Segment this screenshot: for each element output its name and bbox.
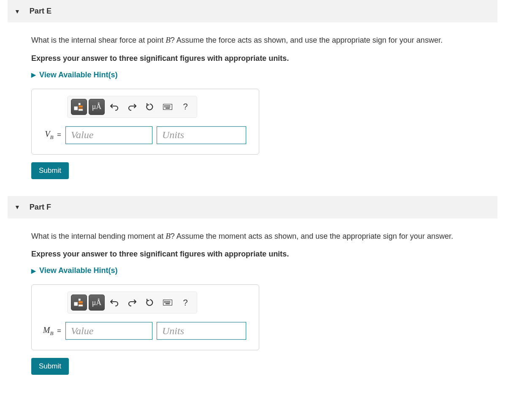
answer-box: μÅ [31,89,259,155]
undo-button[interactable] [106,295,122,311]
svg-rect-10 [169,105,170,106]
redo-button[interactable] [124,295,140,311]
value-input[interactable] [65,126,152,144]
svg-rect-24 [166,301,166,302]
undo-icon [110,299,119,306]
question-suffix: ? Assume the moment acts as shown, and u… [171,232,453,240]
input-row: MB = [38,322,253,340]
svg-rect-6 [164,105,165,106]
redo-button[interactable] [124,99,140,115]
question-variable: B [166,35,171,44]
instruction-text: Express your answer to three significant… [31,54,474,63]
equation-toolbar: μÅ [67,292,197,314]
templates-icon [74,102,84,112]
view-hints-toggle[interactable]: ▶ View Available Hint(s) [31,266,474,275]
variable-subscript: B [50,330,53,336]
reset-button[interactable] [142,99,158,115]
svg-rect-26 [168,301,169,302]
svg-rect-32 [169,302,170,303]
svg-rect-17 [74,302,78,305]
question-text: What is the internal shear force at poin… [31,34,474,46]
svg-rect-11 [164,106,165,107]
help-icon: ? [183,298,187,308]
instruction-text: Express your answer to three significant… [31,250,474,259]
chevron-right-icon: ▶ [31,267,36,274]
templates-icon [74,297,84,308]
svg-rect-13 [167,106,168,107]
templates-button[interactable] [71,295,87,311]
chevron-right-icon: ▶ [31,71,36,78]
svg-rect-0 [74,106,78,110]
special-chars-button[interactable]: μÅ [89,99,105,115]
question-text: What is the internal bending moment at B… [31,230,474,243]
value-input[interactable] [65,322,152,340]
question-suffix: ? Assume the force acts as shown, and us… [171,36,443,44]
keyboard-icon [163,104,172,110]
svg-rect-15 [169,106,170,107]
submit-button[interactable]: Submit [31,162,69,179]
svg-rect-1 [79,103,80,105]
help-icon: ? [183,102,187,112]
equation-toolbar: μÅ [67,96,197,118]
svg-rect-18 [79,299,80,300]
part-body: What is the internal bending moment at B… [8,218,497,392]
variable-main: V [45,129,50,139]
part-header[interactable]: ▼ Part E [8,0,497,22]
answer-box: μÅ [31,284,259,350]
part-title: Part E [30,7,52,16]
svg-rect-29 [166,302,166,303]
redo-icon [128,299,136,306]
collapse-caret-icon: ▼ [14,8,20,15]
view-hints-toggle[interactable]: ▶ View Available Hint(s) [31,71,474,79]
reset-icon [146,103,154,111]
special-chars-label: μÅ [92,298,102,307]
part-body: What is the internal shear force at poin… [8,22,497,196]
svg-rect-30 [167,302,168,303]
svg-rect-16 [166,108,170,109]
hints-label: View Available Hint(s) [39,266,117,275]
svg-rect-33 [166,303,170,304]
svg-rect-9 [168,105,169,106]
help-button[interactable]: ? [177,99,193,115]
variable-label: VB = [38,129,61,141]
svg-rect-21 [79,305,83,306]
variable-subscript: B [50,134,53,140]
undo-icon [110,103,119,111]
part-header[interactable]: ▼ Part F [8,196,497,218]
keyboard-button[interactable] [160,99,176,115]
question-prefix: What is the internal bending moment at [31,232,166,240]
svg-rect-19 [79,301,83,303]
units-input[interactable] [157,126,246,144]
input-row: VB = [38,126,253,144]
help-button[interactable]: ? [177,295,193,311]
variable-main: M [43,325,50,335]
hints-label: View Available Hint(s) [39,71,117,79]
templates-button[interactable] [71,99,87,115]
variable-label: MB = [38,325,61,337]
svg-rect-7 [166,105,166,106]
svg-rect-23 [164,301,165,302]
svg-rect-27 [169,301,170,302]
part-title: Part F [30,203,51,212]
keyboard-icon [163,300,172,305]
svg-rect-14 [168,106,169,107]
units-input[interactable] [157,322,246,340]
equals-sign: = [55,131,61,139]
question-prefix: What is the internal shear force at poin… [31,36,166,44]
submit-button[interactable]: Submit [31,358,69,375]
svg-rect-25 [167,301,168,302]
keyboard-button[interactable] [160,295,176,311]
reset-button[interactable] [142,295,158,311]
svg-rect-4 [79,109,83,110]
collapse-caret-icon: ▼ [14,204,20,210]
question-variable: B [166,232,171,240]
svg-rect-2 [79,105,83,107]
svg-rect-28 [164,302,165,303]
undo-button[interactable] [106,99,122,115]
equals-sign: = [55,327,61,335]
redo-icon [128,103,136,111]
svg-rect-8 [167,105,168,106]
svg-rect-12 [166,106,166,107]
special-chars-label: μÅ [92,102,102,111]
special-chars-button[interactable]: μÅ [89,295,105,311]
